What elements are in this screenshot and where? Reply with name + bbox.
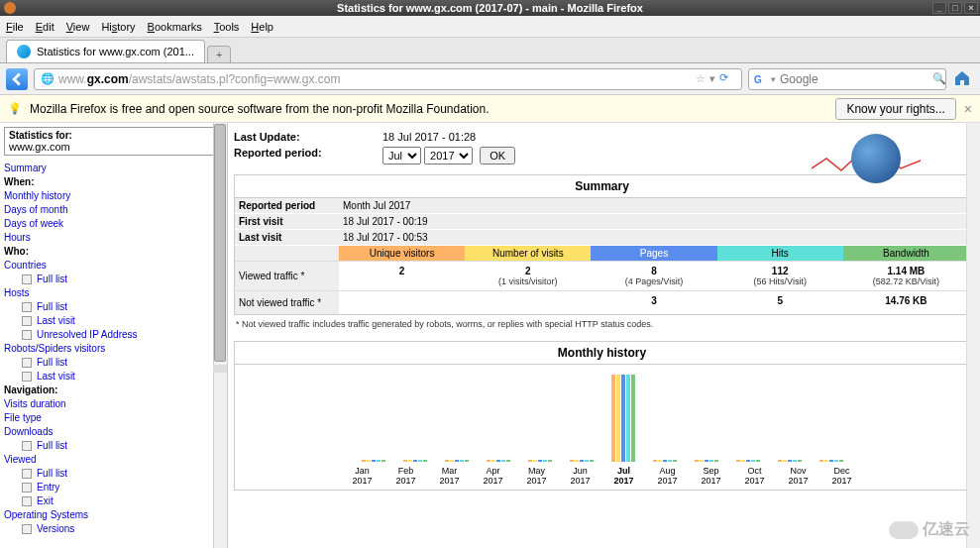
meta-fv: 18 Jul 2017 - 00:19 <box>339 214 432 229</box>
nav-countries[interactable]: Countries <box>4 259 223 273</box>
main-scrollbar[interactable] <box>966 123 980 548</box>
chart-bar <box>362 460 366 462</box>
month-label: Oct2017 <box>742 466 768 486</box>
month-bar-group <box>611 373 635 462</box>
chart-bar <box>834 460 838 462</box>
nav-file-type[interactable]: File type <box>4 411 223 425</box>
search-input[interactable] <box>780 72 928 86</box>
nav-os[interactable]: Operating Systems <box>4 508 223 522</box>
nav-viewed[interactable]: Viewed <box>4 453 223 467</box>
header-unique-visitors: Unique visitors <box>339 246 465 261</box>
nav-hours[interactable]: Hours <box>4 231 223 245</box>
minimize-button[interactable]: _ <box>932 2 946 14</box>
window-title: Statistics for www.gx.com (2017-07) - ma… <box>337 2 643 14</box>
chart-bar <box>403 460 407 462</box>
chart-bar <box>626 375 630 462</box>
info-icon: 💡 <box>8 102 22 115</box>
meta-lv: 18 Jul 2017 - 00:53 <box>339 230 432 245</box>
menu-tools[interactable]: Tools <box>214 21 240 33</box>
nav-summary[interactable]: Summary <box>4 162 223 175</box>
chart-bar <box>548 460 552 462</box>
maximize-button[interactable]: □ <box>948 2 962 14</box>
notification-close-icon[interactable]: × <box>964 101 972 117</box>
nav-robots[interactable]: Robots/Spiders visitors <box>4 342 223 356</box>
menu-help[interactable]: Help <box>251 21 273 33</box>
chart-bar <box>381 460 385 462</box>
sidebar-scroll-thumb[interactable] <box>214 124 226 362</box>
month-label: Apr2017 <box>481 466 506 486</box>
nav-os-versions[interactable]: Versions <box>4 522 223 536</box>
chart-bar <box>585 460 589 462</box>
menu-view[interactable]: View <box>66 21 90 33</box>
tab-title: Statistics for www.gx.com (201... <box>37 46 194 57</box>
nav-viewed-entry[interactable]: Entry <box>4 481 223 494</box>
nav-monthly-history[interactable]: Monthly history <box>4 189 223 203</box>
reload-icon[interactable]: ⟳ <box>719 71 735 87</box>
nav-hosts-unresolved[interactable]: Unresolved IP Address <box>4 328 223 342</box>
search-box[interactable]: G ▾ 🔍 <box>748 68 946 90</box>
url-field[interactable]: 🌐 www.gx.com/awstats/awstats.pl?config=w… <box>34 68 742 90</box>
awstats-logo <box>812 129 921 188</box>
dropdown-icon[interactable]: ▾ <box>709 72 715 85</box>
month-bar-group <box>403 373 427 462</box>
search-dropdown-icon[interactable]: ▾ <box>771 74 776 84</box>
nav-days-of-week[interactable]: Days of week <box>4 217 223 231</box>
meta-lv-label: Last visit <box>235 230 339 245</box>
chart-bar <box>673 460 677 462</box>
chart-bar <box>570 460 574 462</box>
month-bar-group <box>819 373 843 462</box>
viewed-traffic-row: Viewed traffic * 2 2(1 visits/visitor) 8… <box>235 261 969 290</box>
month-label: Jun2017 <box>568 466 594 486</box>
nav-visits-duration[interactable]: Visits duration <box>4 397 223 411</box>
chart-bar <box>621 375 625 462</box>
nav-hosts[interactable]: Hosts <box>4 286 223 300</box>
month-label: Sep2017 <box>699 466 724 486</box>
nav-countries-full[interactable]: Full list <box>4 273 223 286</box>
month-bar-group <box>653 373 677 462</box>
notviewed-traffic-row: Not viewed traffic * 3 5 14.76 KB <box>235 290 969 314</box>
new-tab-button[interactable]: + <box>207 46 231 62</box>
know-your-rights-button[interactable]: Know your rights... <box>835 98 955 120</box>
chart-bar <box>538 460 542 462</box>
bookmark-star-icon[interactable]: ☆ <box>696 72 706 85</box>
month-label: Mar2017 <box>437 466 463 486</box>
nav-downloads[interactable]: Downloads <box>4 425 223 439</box>
ok-button[interactable]: OK <box>480 147 515 164</box>
nav-days-of-month[interactable]: Days of month <box>4 203 223 217</box>
chart-bar <box>413 460 417 462</box>
nav-navigation-header: Navigation: <box>4 384 223 397</box>
tab-active[interactable]: Statistics for www.gx.com (201... <box>6 40 205 62</box>
month-select[interactable]: Jul <box>382 147 421 164</box>
monthly-history-section: Monthly history Jan2017Feb2017Mar2017Apr… <box>234 341 970 491</box>
sidebar-scroll-grip[interactable] <box>213 365 227 373</box>
chart-bar <box>372 460 376 462</box>
nav-hosts-lastvisit[interactable]: Last visit <box>4 314 223 328</box>
chart-bar <box>658 460 662 462</box>
viewed-label: Viewed traffic * <box>235 262 339 290</box>
meta-rp: Month Jul 2017 <box>339 198 414 213</box>
chart-bar <box>423 460 427 462</box>
chart-bar <box>528 460 532 462</box>
close-button[interactable]: × <box>964 2 978 14</box>
nav-when-header: When: <box>4 175 223 189</box>
year-select[interactable]: 2017 <box>424 147 473 164</box>
firefox-icon <box>4 2 16 14</box>
menu-edit[interactable]: Edit <box>36 21 54 33</box>
back-button[interactable] <box>6 68 28 90</box>
sidebar-scrollbar[interactable] <box>213 123 227 548</box>
nav-viewed-full[interactable]: Full list <box>4 467 223 481</box>
menu-history[interactable]: History <box>101 21 135 33</box>
nav-hosts-full[interactable]: Full list <box>4 300 223 314</box>
notviewed-label: Not viewed traffic * <box>235 291 339 314</box>
nav-robots-lastvisit[interactable]: Last visit <box>4 370 223 384</box>
menu-bookmarks[interactable]: Bookmarks <box>148 21 202 33</box>
nav-downloads-full[interactable]: Full list <box>4 439 223 453</box>
chart-bar <box>783 460 787 462</box>
last-update-label: Last Update: <box>234 131 382 143</box>
search-go-icon[interactable]: 🔍 <box>932 72 946 85</box>
menu-file[interactable]: File <box>6 21 24 33</box>
chart-bar <box>377 460 381 462</box>
nav-robots-full[interactable]: Full list <box>4 356 223 370</box>
nav-viewed-exit[interactable]: Exit <box>4 494 223 508</box>
home-button[interactable] <box>952 68 974 90</box>
